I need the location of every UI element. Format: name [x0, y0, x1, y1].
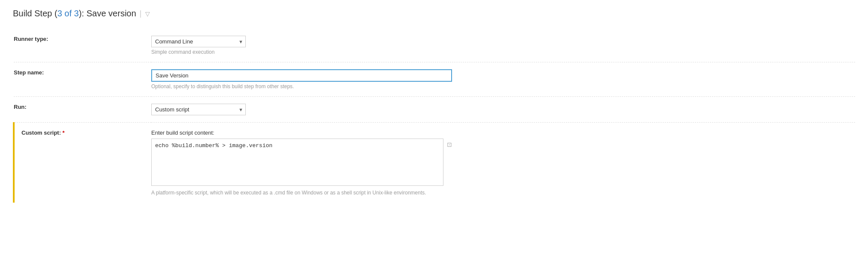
runner-type-label: Runner type: — [14, 29, 151, 62]
run-select[interactable]: Custom script File — [151, 104, 246, 115]
page-title: Build Step (3 of 3): Save version | ▽ — [13, 9, 855, 18]
runner-type-helper: Simple command execution — [151, 49, 855, 55]
custom-script-footer: A platform-specific script, which will b… — [151, 190, 538, 196]
custom-script-value-cell: Enter build script content: echo %build.… — [151, 123, 855, 203]
runner-type-value-cell: Command Line Gradle Maven Ant ▼ Simple c… — [151, 29, 855, 62]
runner-type-select[interactable]: Command Line Gradle Maven Ant — [151, 36, 246, 47]
title-dropdown-icon[interactable]: ▽ — [145, 10, 150, 17]
title-divider: | — [140, 9, 142, 18]
custom-script-label-cell: Custom script: * — [14, 123, 151, 203]
title-text: Build Step (3 of 3): Save version — [13, 9, 136, 18]
run-label: Run: — [14, 97, 151, 123]
step-name-value-cell: Optional, specify to distinguish this bu… — [151, 62, 855, 97]
run-value-cell: Custom script File ▼ — [151, 97, 855, 123]
script-textarea-wrapper: echo %build.number% > image.version ⊡ — [151, 139, 443, 187]
script-enter-label: Enter build script content: — [151, 129, 855, 136]
required-indicator: * — [62, 129, 64, 136]
runner-type-select-wrapper: Command Line Gradle Maven Ant ▼ — [151, 36, 246, 47]
step-name-helper: Optional, specify to distinguish this bu… — [151, 83, 855, 89]
step-name-row: Step name: Optional, specify to distingu… — [14, 62, 855, 97]
runner-type-row: Runner type: Command Line Gradle Maven A… — [14, 29, 855, 62]
run-row: Run: Custom script File ▼ — [14, 97, 855, 123]
expand-icon[interactable]: ⊡ — [447, 141, 452, 148]
step-name-label: Step name: — [14, 62, 151, 97]
step-name-input[interactable] — [151, 69, 452, 82]
form-table: Runner type: Command Line Gradle Maven A… — [13, 29, 855, 203]
custom-script-row: Custom script: * Enter build script cont… — [14, 123, 855, 203]
custom-script-textarea[interactable]: echo %build.number% > image.version — [151, 139, 443, 186]
run-select-wrapper: Custom script File ▼ — [151, 104, 246, 115]
